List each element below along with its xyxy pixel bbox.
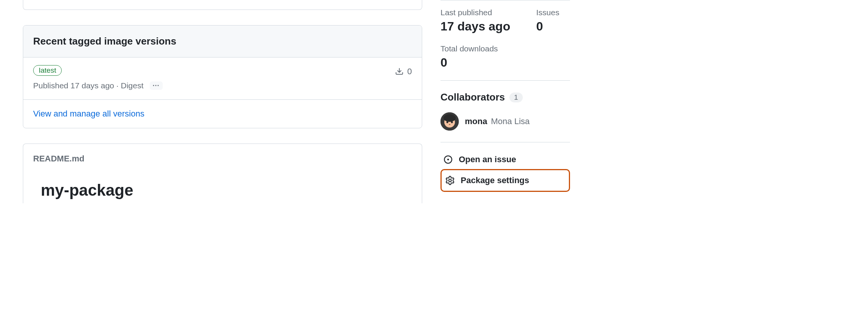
stat-label: Total downloads (440, 44, 570, 53)
card-header: Recent tagged image versions (23, 26, 422, 57)
stat-label: Issues (536, 8, 559, 17)
collaborators-title: Collaborators (440, 91, 505, 103)
readme-filename: README.md (33, 154, 412, 164)
svg-point-5 (449, 124, 450, 125)
stat-issues: Issues 0 (536, 8, 559, 34)
kebab-menu-button[interactable]: ··· (150, 81, 163, 90)
gear-icon (445, 176, 455, 185)
avatar[interactable] (440, 112, 459, 131)
avatar-icon (440, 112, 459, 131)
previous-card-remnant (23, 0, 422, 10)
divider (440, 0, 570, 0)
collaborator-fullname: Mona Lisa (491, 117, 530, 126)
version-row: latest Published 17 days ago · Digest ··… (23, 57, 422, 100)
card-title: Recent tagged image versions (33, 35, 412, 47)
collaborators-count-badge: 1 (509, 93, 523, 102)
package-settings-link[interactable]: Package settings (440, 169, 570, 192)
readme-heading: my-package (33, 181, 412, 199)
stat-total-downloads: Total downloads 0 (440, 44, 570, 70)
sidebar: Last published 17 days ago Issues 0 Tota… (440, 0, 570, 203)
divider (440, 142, 570, 142)
issue-icon (444, 155, 453, 164)
download-count-value: 0 (407, 67, 412, 77)
svg-point-4 (451, 121, 453, 123)
collaborator-username: mona (465, 117, 487, 126)
stat-last-published: Last published 17 days ago (440, 8, 510, 34)
version-meta-text: Published 17 days ago · Digest (33, 81, 144, 90)
svg-point-3 (447, 121, 448, 123)
stat-label: Last published (440, 8, 510, 17)
version-download-count: 0 (395, 65, 412, 77)
version-meta: Published 17 days ago · Digest ··· (33, 81, 163, 90)
open-issue-link[interactable]: Open an issue (440, 150, 570, 169)
version-tag-badge[interactable]: latest (33, 65, 62, 76)
svg-point-2 (444, 114, 456, 122)
svg-point-7 (447, 159, 449, 161)
manage-versions-row: View and manage all versions (23, 100, 422, 128)
collaborators-header: Collaborators 1 (440, 91, 570, 103)
stat-value: 17 days ago (440, 19, 510, 34)
stat-value: 0 (536, 19, 559, 34)
recent-versions-card: Recent tagged image versions latest Publ… (23, 25, 422, 128)
package-settings-label: Package settings (461, 176, 529, 185)
manage-versions-link[interactable]: View and manage all versions (33, 109, 144, 118)
stat-value: 0 (440, 56, 570, 70)
download-icon (395, 67, 404, 76)
readme-card: README.md my-package (23, 144, 422, 203)
open-issue-label: Open an issue (459, 155, 516, 164)
divider (440, 80, 570, 81)
collaborator-row[interactable]: mona Mona Lisa (440, 112, 570, 131)
